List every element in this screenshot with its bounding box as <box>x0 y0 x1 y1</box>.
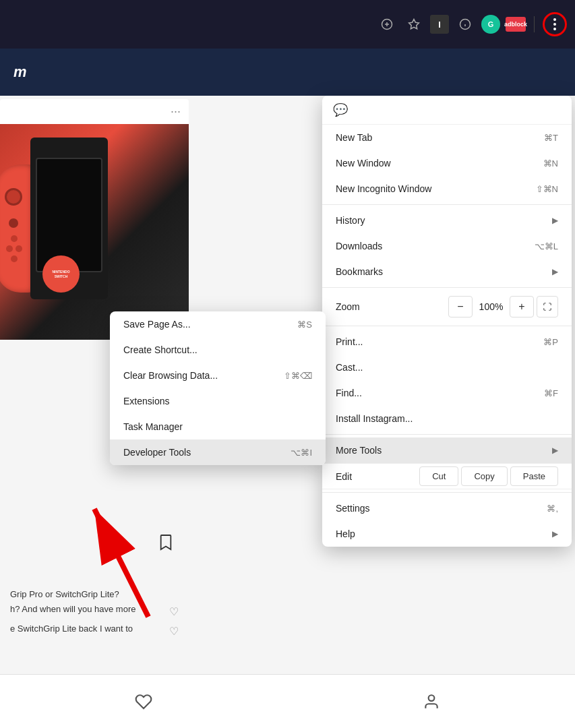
bookmark-icon[interactable] <box>158 534 173 555</box>
divider-3 <box>322 326 572 326</box>
like-icon-1[interactable]: ♡ <box>169 605 179 618</box>
menu-item-incognito[interactable]: New Incognito Window ⇧⌘N <box>322 176 572 202</box>
zoom-fullscreen-button[interactable] <box>537 296 558 317</box>
edit-row: Edit Cut Copy Paste <box>322 463 572 489</box>
separator <box>534 16 535 32</box>
add-tab-icon[interactable] <box>376 13 398 35</box>
divider-4 <box>322 434 572 435</box>
submenu-item-clear-data[interactable]: Clear Browsing Data... ⇧⌘⌫ <box>110 363 326 388</box>
menu-item-settings[interactable]: Settings ⌘, <box>322 495 572 521</box>
site-logo: m <box>13 63 27 81</box>
comment-1: Grip Pro or SwitchGrip Lite? <box>10 589 119 599</box>
comment-2: h? And when will you have more <box>10 604 135 614</box>
more-options-button[interactable] <box>543 12 567 36</box>
cut-button[interactable]: Cut <box>419 466 458 486</box>
dot1 <box>553 18 556 21</box>
copy-button[interactable]: Copy <box>461 466 507 486</box>
submenu-item-extensions[interactable]: Extensions <box>110 388 326 414</box>
menu-item-find[interactable]: Find... ⌘F <box>322 380 572 406</box>
menu-item-new-tab[interactable]: New Tab ⌘T <box>322 125 572 150</box>
menu-item-install[interactable]: Install Instagram... <box>322 406 572 431</box>
menu-item-downloads[interactable]: Downloads ⌥⌘L <box>322 233 572 259</box>
product-image: NINTENDOSWITCH <box>0 124 189 340</box>
menu-header-icon: 💬 <box>333 102 348 117</box>
submenu-item-developer-tools[interactable]: Developer Tools ⌥⌘I <box>110 439 326 465</box>
zoom-minus-button[interactable]: − <box>448 296 473 317</box>
comments-section: Grip Pro or SwitchGrip Lite? h? And when… <box>0 581 189 650</box>
zoom-controls: − 100% + <box>448 296 558 317</box>
dropdown-menu: 💬 New Tab ⌘T New Window ⌘N New Incognito… <box>322 96 572 547</box>
switch-image: NINTENDOSWITCH <box>0 138 142 313</box>
menu-item-more-tools[interactable]: More Tools ▶ <box>322 437 572 463</box>
menu-item-bookmarks[interactable]: Bookmarks ▶ <box>322 259 572 284</box>
reader-mode-icon[interactable]: I <box>430 15 449 34</box>
card-options-icon[interactable]: ··· <box>171 104 181 119</box>
more-tools-submenu: Save Page As... ⌘S Create Shortcut... Cl… <box>110 311 326 465</box>
submenu-item-create-shortcut[interactable]: Create Shortcut... <box>110 337 326 363</box>
browser-topbar: I G adblock <box>0 0 575 49</box>
divider-5 <box>322 492 572 493</box>
menu-item-cast[interactable]: Cast... <box>322 355 572 380</box>
bookmark-star-icon[interactable] <box>403 13 425 35</box>
menu-item-new-window[interactable]: New Window ⌘N <box>322 150 572 176</box>
browser-icon-group: I G adblock <box>376 12 567 36</box>
like-icon-2[interactable]: ♡ <box>169 625 179 638</box>
nav-profile[interactable] <box>423 693 440 710</box>
page-content: m ··· <box>0 49 575 728</box>
paste-button[interactable]: Paste <box>510 466 558 486</box>
submenu-item-save-page[interactable]: Save Page As... ⌘S <box>110 311 326 337</box>
zoom-row: Zoom − 100% + <box>322 291 572 323</box>
nav-heart[interactable] <box>135 693 152 710</box>
menu-item-help[interactable]: Help ▶ <box>322 521 572 547</box>
site-header: m <box>0 49 575 96</box>
menu-header: 💬 <box>322 96 572 125</box>
divider-2 <box>322 287 572 288</box>
menu-item-print[interactable]: Print... ⌘P <box>322 329 572 355</box>
dot2 <box>553 23 556 26</box>
svg-marker-3 <box>409 20 419 29</box>
dot3 <box>553 28 556 30</box>
info-icon[interactable] <box>454 13 476 35</box>
submenu-item-task-manager[interactable]: Task Manager <box>110 414 326 439</box>
svg-point-7 <box>428 695 434 701</box>
comment-3: e SwitchGrip Lite back I want to <box>10 624 133 634</box>
menu-item-history[interactable]: History ▶ <box>322 208 572 233</box>
adblock-icon[interactable]: adblock <box>506 17 526 32</box>
divider-1 <box>322 204 572 205</box>
product-card: ··· NINTENDOSWITCH <box>0 99 189 340</box>
grammarly-icon[interactable]: G <box>481 15 500 34</box>
bottom-nav <box>0 674 575 728</box>
product-card-header: ··· <box>0 99 189 124</box>
zoom-plus-button[interactable]: + <box>510 296 534 317</box>
